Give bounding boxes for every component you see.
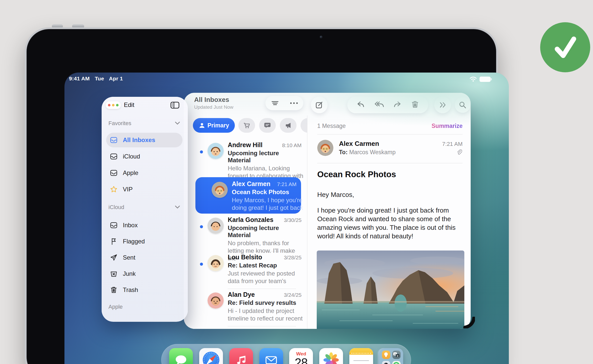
reply-all-button[interactable] (374, 100, 384, 110)
message-row-alan-dye[interactable]: Alan Dye3/24/25 Re: Field survey results… (184, 289, 307, 326)
close-window-button[interactable] (108, 104, 110, 106)
message-sender: Alan Dye (228, 291, 255, 298)
message-time: 8:10 AM (282, 142, 302, 148)
chat-icon (264, 122, 271, 129)
message-subject: Ocean Rock Photos (232, 189, 296, 196)
unread-indicator (200, 263, 203, 266)
dock-app-messages[interactable] (169, 348, 193, 364)
mini-app-photo-booth[interactable] (382, 361, 390, 364)
summarize-button[interactable]: Summarize (431, 123, 463, 129)
window-controls[interactable] (106, 101, 121, 109)
sidebar-item-flagged[interactable]: Flagged (106, 234, 183, 249)
dock-app-photos[interactable] (319, 348, 343, 364)
message-row-karla-gonzales[interactable]: Karla Gonzales3/30/25 Upcoming lecture M… (184, 214, 307, 252)
compose-button[interactable] (311, 97, 328, 113)
attachment-photo-ocean-rocks[interactable] (317, 251, 464, 329)
transactions-filter-pill[interactable] (238, 118, 255, 133)
detail-subject: Ocean Rock Photos (317, 170, 396, 179)
ipad-screen: 9:41 AM Tue Apr 1 All Inboxes Updated Ju… (64, 73, 509, 364)
svg-text:文: 文 (396, 355, 399, 357)
zoom-window-button[interactable] (116, 104, 119, 106)
mail-sidebar-panel: Edit Favorites All Inboxes (102, 97, 188, 322)
sidebar-toggle-button[interactable] (170, 101, 180, 110)
message-row-alex-carmen[interactable]: Alex Carmen7:21 AM Ocean Rock Photos Hey… (184, 177, 307, 214)
message-rows: Andrew Hill8:10 AM Upcoming lecture Mate… (184, 139, 307, 326)
list-updated-status: Updated Just Now (194, 104, 233, 110)
flag-icon (110, 238, 118, 245)
mini-app-translate[interactable]: A文 (392, 351, 401, 359)
mini-app-tips[interactable] (382, 351, 390, 359)
mini-app-findmy[interactable] (392, 361, 401, 364)
unread-indicator (200, 225, 203, 228)
unread-indicator (200, 150, 203, 153)
promotions-filter-pill[interactable] (280, 118, 296, 133)
updates-filter-pill[interactable] (259, 118, 276, 133)
trash-icon (411, 100, 419, 109)
forward-button[interactable] (393, 100, 402, 110)
sidebar-item-inbox[interactable]: Inbox (106, 218, 183, 233)
sidebar-item-junk[interactable]: Junk (106, 266, 183, 281)
paperplane-icon (110, 254, 118, 261)
status-bar: 9:41 AM Tue Apr 1 (64, 73, 509, 84)
detail-sender-name: Alex Carmen (339, 140, 379, 148)
message-preview: Hi - I updated the project timeline to r… (228, 307, 304, 322)
megaphone-icon (284, 122, 292, 129)
dock-app-safari[interactable] (199, 348, 223, 364)
wifi-icon (469, 76, 477, 82)
sidebar-item-sent[interactable]: Sent (106, 250, 183, 265)
translate-icon: A文 (393, 352, 400, 358)
more-options-button[interactable] (284, 102, 303, 104)
sender-header[interactable]: Alex Carmen To: Marcos Weskamp 7:21 AM (317, 139, 463, 160)
avatar (208, 255, 224, 271)
dock-app-mail[interactable] (259, 348, 283, 364)
primary-filter-pill[interactable]: Primary (193, 118, 235, 133)
more-filter-pill[interactable] (301, 118, 307, 133)
expand-button[interactable] (434, 97, 451, 113)
section-header-favorites[interactable]: Favorites (108, 120, 131, 127)
tray-icon (110, 222, 118, 229)
tray-icon (110, 169, 118, 176)
message-preview: Hey Marcos, I hope you're doing great! I… (232, 196, 307, 212)
sidebar-item-icloud[interactable]: iCloud (106, 149, 183, 164)
svg-text:A: A (394, 353, 396, 355)
sidebar-item-label: Junk (123, 270, 136, 277)
dock-app-notes[interactable] (349, 348, 373, 364)
divider (317, 163, 463, 163)
chevron-down-icon[interactable] (174, 205, 180, 210)
page-curl-mark[interactable] (463, 317, 475, 329)
search-button[interactable] (455, 97, 470, 113)
section-header-apple[interactable]: Apple (108, 304, 123, 310)
sidebar-item-label: iCloud (123, 153, 140, 160)
avatar (208, 218, 224, 234)
message-sender: Alex Carmen (232, 180, 270, 188)
section-header-icloud[interactable]: iCloud (108, 204, 124, 211)
edit-button[interactable]: Edit (124, 101, 134, 108)
message-time: 3/30/25 (284, 217, 302, 223)
tray-icon (110, 153, 118, 160)
minimize-window-button[interactable] (112, 104, 115, 106)
detail-time: 7:21 AM (442, 141, 463, 147)
dock-app-calendar[interactable]: Wed 28 (289, 348, 313, 364)
message-preview: Just reviewed the posted data from your … (228, 270, 304, 285)
message-row-lou-belsito[interactable]: Lou Belsito3/28/25 Re: Latest Recap Just… (184, 252, 307, 289)
dock-app-group[interactable]: A文 (379, 348, 403, 364)
desktop-background: 9:41 AM Tue Apr 1 All Inboxes Updated Ju… (0, 0, 593, 364)
sidebar-item-label: Flagged (123, 238, 145, 245)
message-list-pane: All Inboxes Updated Just Now Pr (184, 93, 307, 329)
message-row-andrew-hill[interactable]: Andrew Hill8:10 AM Upcoming lecture Mate… (184, 139, 307, 177)
filter-button[interactable] (265, 99, 284, 107)
green-rings-icon (393, 362, 400, 364)
sidebar-item-vip[interactable]: VIP (106, 182, 183, 197)
delete-button[interactable] (411, 100, 419, 110)
person-icon (199, 122, 205, 129)
sidebar-item-trash[interactable]: Trash (106, 283, 183, 297)
safari-compass-icon (199, 348, 223, 364)
message-sender: Karla Gonzales (228, 216, 273, 223)
sidebar-item-all-inboxes[interactable]: All Inboxes (106, 133, 183, 147)
dock-app-music[interactable] (229, 348, 253, 364)
recipient-name: Marcos Weskamp (349, 149, 396, 155)
reply-button[interactable] (356, 100, 365, 110)
cart-icon (243, 122, 250, 129)
sidebar-item-apple[interactable]: Apple (106, 166, 183, 180)
chevron-down-icon[interactable] (174, 121, 180, 126)
